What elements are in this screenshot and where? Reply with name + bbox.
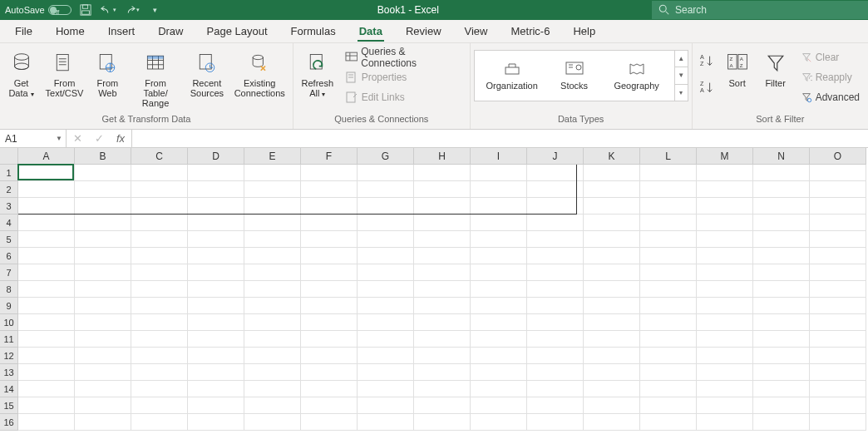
name-box[interactable]: A1 ▼ [0,130,67,147]
gallery-scroll-up[interactable]: ▲ [675,51,688,67]
column-header[interactable]: H [414,148,471,165]
column-header[interactable]: L [640,148,697,165]
cell[interactable] [301,264,358,281]
cell[interactable] [75,181,131,198]
cell[interactable] [301,397,358,414]
tab-draw[interactable]: Draw [146,20,195,43]
cell[interactable] [810,231,866,248]
cell[interactable] [753,364,810,381]
cell[interactable] [301,231,358,248]
cell[interactable] [131,348,188,364]
cell[interactable] [697,414,753,431]
cell[interactable] [527,364,584,381]
cell[interactable] [18,414,75,431]
column-header[interactable]: E [244,148,301,165]
cell[interactable] [640,381,697,397]
cell[interactable] [244,165,301,181]
cell[interactable] [358,331,414,348]
cell[interactable] [584,348,640,364]
cell[interactable] [301,314,358,331]
cell[interactable] [471,215,527,231]
refresh-all-button[interactable]: Refresh All ▾ [297,48,338,101]
select-all-corner[interactable] [0,148,18,165]
cell[interactable] [810,331,866,348]
cell[interactable] [244,264,301,281]
cell[interactable] [527,264,584,281]
cell[interactable] [697,397,753,414]
cell[interactable] [527,314,584,331]
cell[interactable] [697,381,753,397]
cell[interactable] [584,215,640,231]
cell[interactable] [584,165,640,181]
cell[interactable] [188,248,244,264]
cell[interactable] [244,281,301,298]
cell[interactable] [810,397,866,414]
cell[interactable] [244,181,301,198]
cell[interactable] [18,264,75,281]
tab-home[interactable]: Home [44,20,96,43]
sort-button[interactable]: ZAAZ Sort [719,48,756,90]
save-icon[interactable] [76,1,95,19]
row-header[interactable]: 4 [0,215,18,231]
cell[interactable] [584,331,640,348]
sort-asc-button[interactable]: AZ [696,50,718,72]
get-data-button[interactable]: Get Data ▾ [3,48,39,101]
cell[interactable] [414,298,471,314]
cell[interactable] [753,298,810,314]
cell[interactable] [810,364,866,381]
column-header[interactable]: O [810,148,866,165]
cell[interactable] [131,414,188,431]
cell[interactable] [810,281,866,298]
cell[interactable] [75,348,131,364]
cell[interactable] [358,198,414,215]
cell[interactable] [188,215,244,231]
cell[interactable] [471,381,527,397]
cell[interactable] [301,381,358,397]
cell[interactable] [697,281,753,298]
cell[interactable] [753,348,810,364]
cell[interactable] [527,281,584,298]
cell[interactable] [301,414,358,431]
cell[interactable] [18,231,75,248]
tab-view[interactable]: View [453,20,500,43]
cell[interactable] [471,331,527,348]
cell[interactable] [358,348,414,364]
cell[interactable] [753,314,810,331]
cell[interactable] [527,331,584,348]
cell[interactable] [131,397,188,414]
cell[interactable] [753,381,810,397]
cell[interactable] [301,281,358,298]
cell[interactable] [188,364,244,381]
tab-review[interactable]: Review [394,20,453,43]
cell[interactable] [18,331,75,348]
cell[interactable] [301,331,358,348]
row-header[interactable]: 5 [0,231,18,248]
organization-type[interactable]: Organization [475,51,550,101]
cell[interactable] [753,397,810,414]
cell[interactable] [188,264,244,281]
cell[interactable] [188,198,244,215]
column-header[interactable]: M [697,148,753,165]
cell[interactable] [753,248,810,264]
tab-data[interactable]: Data [348,20,394,43]
cell[interactable] [640,331,697,348]
cell[interactable] [75,381,131,397]
sort-desc-button[interactable]: ZA [696,76,718,98]
cell[interactable] [18,165,75,181]
cell[interactable] [640,397,697,414]
cell[interactable] [584,281,640,298]
cell[interactable] [75,198,131,215]
cell[interactable] [471,198,527,215]
tab-metric-6[interactable]: Metric-6 [499,20,561,43]
cell[interactable] [584,381,640,397]
cell[interactable] [697,165,753,181]
cell[interactable] [584,298,640,314]
cell[interactable] [414,264,471,281]
cell[interactable] [131,381,188,397]
row-header[interactable]: 15 [0,397,18,414]
cell[interactable] [301,165,358,181]
cell[interactable] [244,414,301,431]
cell[interactable] [640,414,697,431]
cell[interactable] [301,198,358,215]
cell[interactable] [75,414,131,431]
